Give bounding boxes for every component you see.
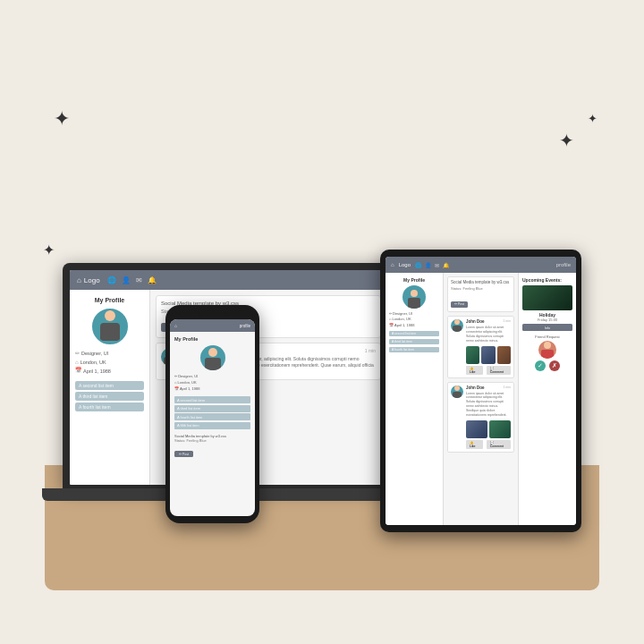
phone-sidebar-list: A second list item A third list item A f… [174,396,250,429]
calendar-icon: 📅 [389,323,394,328]
tablet-event-image [522,285,572,310]
phone-avatar-body [205,358,221,370]
phone-notch [199,312,226,318]
avatar-head [105,310,115,321]
like-button[interactable]: 👍 Like [466,366,483,375]
globe-icon[interactable]: 🌐 [107,276,116,284]
tablet-post-text-1: Lorem ipsum dolor sit amet consectetur a… [466,326,511,343]
nav-logo-text: Logo [84,276,100,284]
post-image-5 [489,420,511,438]
laptop-left-panel: My Profile ✏Designer, UI ⌂London, UK 📅Ap… [70,290,150,485]
phone-list-item[interactable]: A third list item [174,405,250,412]
phone-nav-profile: profile [240,324,250,328]
post-image-3 [497,346,511,364]
avatar-body [100,323,120,341]
accept-friend-button[interactable]: ✓ [535,360,546,371]
laptop-profile-info: ✏Designer, UI ⌂London, UK 📅April 1, 1988 [75,350,144,376]
home-icon: ⌂ [77,276,81,284]
tablet-post-actions-1: 👍 Like 💬 Comment [466,366,511,375]
tablet-center-panel: Social Media template by w3.css Status: … [444,273,518,525]
phone-list-item[interactable]: A fourth list item [174,413,250,420]
tablet-post-images [466,346,511,364]
tablet-body: My Profile ✏Designer, UI ⌂London, UK 📅Ap… [386,273,576,525]
laptop-nav-logo: ⌂ Logo [77,276,100,284]
tablet-post-text-2: Lorem ipsum dolor sit amet consectetur a… [466,392,511,418]
tablet-frame: ⌂ Logo 🌐 👤 ✉ 🔔 profile My Profile [380,250,581,532]
tablet-left-panel: My Profile ✏Designer, UI ⌂London, UK 📅Ap… [386,273,444,525]
tablet-friend-request-label: Friend Request [522,335,572,339]
user-icon[interactable]: 👤 [122,276,131,284]
home-icon: ⌂ [75,359,79,368]
phone-profile-info: ✏ Designer, UI ⌂ London, UK 📅 April 1, 1… [174,374,250,392]
tablet-post-1: John Doe 1 min Lorem ipsum dolor sit ame… [451,319,511,375]
tablet-nav-logo: Logo [399,262,411,267]
tablet-post-images-2 [466,420,511,438]
tablet-profile-title: My Profile [389,277,439,283]
tablet-events-title: Upcoming Events: [522,277,572,283]
mail-icon[interactable]: ✉ [136,276,142,284]
phone-frame: ⌂ profile My Profile ✏ Designer, UI ⌂ Lo… [165,305,259,523]
list-item[interactable]: A third list item [75,392,144,401]
post-image-1 [466,346,479,364]
pencil-icon: ✏ [179,453,182,456]
tablet-list-item[interactable]: A fourth list item [389,347,439,352]
tablet-post-button[interactable]: ✏ Post [451,301,468,308]
list-item[interactable]: A fourth list item [75,402,144,411]
tablet-avatar-head [411,290,418,297]
list-item[interactable]: A second list item [75,381,144,390]
phone-list-item[interactable]: A second list item [174,396,250,403]
decline-friend-button[interactable]: ✗ [549,360,560,371]
tablet-avatar-body [408,298,420,309]
tablet-list-item[interactable]: A second list item [389,331,439,336]
calendar-icon: 📅 [75,367,81,376]
phone-home-icon: ⌂ [174,323,177,328]
tablet-friend-request-actions: ✓ ✗ [522,360,572,371]
tablet-friend-avatar [538,341,556,359]
tablet-event-date: Friday 15:00 [522,318,572,322]
tablet-post-actions-2: 👍 Like 💬 Comment [466,440,511,449]
tablet-right-panel: Upcoming Events: Holiday Friday 15:00 In… [518,273,576,525]
user-icon[interactable]: 👤 [425,262,431,268]
tablet-nav-profile-link[interactable]: profile [556,262,571,267]
tablet-post-2: John Doe 1 min Lorem ipsum dolor sit ame… [451,386,511,449]
laptop-nav-icons: 🌐 👤 ✉ 🔔 [107,276,157,284]
tablet-profile-avatar [402,285,426,309]
globe-icon[interactable]: 🌐 [415,262,421,268]
bell-icon[interactable]: 🔔 [443,262,449,268]
pencil-icon: ✏ [75,350,80,359]
tablet-navbar: ⌂ Logo 🌐 👤 ✉ 🔔 profile [386,257,576,273]
tablet-social-card: Social Media template by w3.css Status: … [447,276,514,312]
phone-screen: ⌂ profile My Profile ✏ Designer, UI ⌂ Lo… [170,319,255,516]
post-image-4 [466,420,487,438]
tablet-list-item[interactable]: A third list item [389,339,439,344]
mail-icon[interactable]: ✉ [435,262,439,268]
phone-post-button[interactable]: ✏ Post [174,451,193,457]
laptop-profile-avatar [92,309,128,344]
main-scene: ⌂ Logo 🌐 👤 ✉ 🔔 profile My Profi [45,54,599,590]
tablet-info-button[interactable]: Info [522,324,572,331]
avatar-figure [97,310,123,343]
tablet-screen: ⌂ Logo 🌐 👤 ✉ 🔔 profile My Profile [386,257,576,525]
tablet-post-card-1: John Doe 1 min Lorem ipsum dolor sit ame… [447,316,514,378]
phone-navbar: ⌂ profile [170,319,255,332]
pencil-icon: ✏ [454,302,457,306]
laptop-post-time: 1 min [365,348,376,353]
bell-icon[interactable]: 🔔 [148,276,157,284]
tablet-profile-info: ✏Designer, UI ⌂London, UK 📅April 1, 1988 [389,311,439,328]
tablet-nav-icons: 🌐 👤 ✉ 🔔 [415,262,449,268]
comment-button[interactable]: 💬 Comment [487,440,511,449]
like-button[interactable]: 👍 Like [466,440,483,449]
phone-body: My Profile ✏ Designer, UI ⌂ London, UK 📅… [170,332,255,463]
phone-avatar-head [208,348,217,357]
phone-avatar [200,345,225,370]
phone-profile-title: My Profile [174,336,250,342]
comment-button[interactable]: 💬 Comment [487,366,511,375]
tablet-social-title: Social Media template by w3.css [451,280,511,284]
tablet-device: ⌂ Logo 🌐 👤 ✉ 🔔 profile My Profile [380,250,581,532]
tablet-post-card-2: John Doe 1 min Lorem ipsum dolor sit ame… [447,382,514,453]
laptop-sidebar-list: A second list item A third list item A f… [75,381,144,411]
tablet-post-content-1: John Doe 1 min Lorem ipsum dolor sit ame… [466,319,511,375]
phone-list-item[interactable]: A fifth list item [174,422,250,429]
tablet-post-content-2: John Doe 1 min Lorem ipsum dolor sit ame… [466,386,511,449]
tablet-post-avatar-2 [451,386,463,398]
